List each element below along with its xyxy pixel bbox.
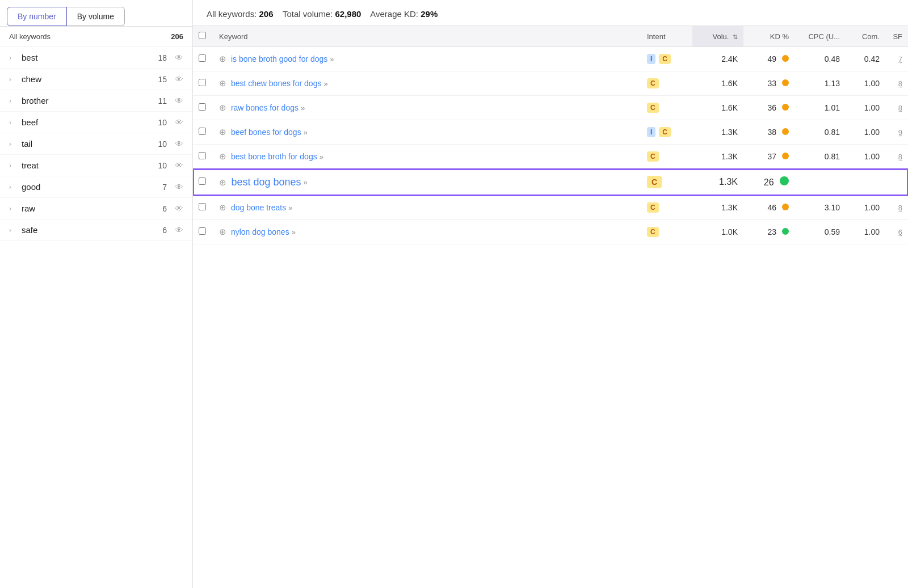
eye-icon[interactable]: 👁 — [175, 225, 183, 235]
keyword-table-container: Keyword Intent Volu. ⇅ KD % CPC (U... Co… — [193, 26, 908, 588]
intent-cell: C — [641, 71, 692, 96]
add-keyword-icon[interactable]: ⊕ — [219, 127, 226, 137]
row-checkbox[interactable] — [199, 54, 206, 62]
sidebar-item-best[interactable]: › best 18 👁 — [0, 47, 192, 69]
table-body: ⊕ is bone broth good for dogs » I C 2.4K… — [193, 47, 908, 244]
intent-cell: C — [641, 196, 692, 220]
keyword-link[interactable]: is bone broth good for dogs » — [231, 54, 334, 64]
sort-icon: ⇅ — [733, 33, 738, 41]
sidebar-item-beef[interactable]: › beef 10 👁 — [0, 112, 192, 133]
keyword-link[interactable]: dog bone treats » — [231, 203, 293, 212]
add-keyword-icon[interactable]: ⊕ — [219, 54, 226, 64]
main-content: All keywords: 206 Total volume: 62,980 A… — [193, 0, 908, 588]
th-keyword: Keyword — [213, 26, 641, 47]
eye-icon[interactable]: 👁 — [175, 182, 183, 192]
table-row: ⊕ nylon dog bones » C 1.0K 23 0.59 1.00 … — [193, 220, 908, 244]
sf-value: 8 — [898, 204, 902, 212]
eye-icon[interactable]: 👁 — [175, 204, 183, 213]
sidebar-item-good[interactable]: › good 7 👁 — [0, 176, 192, 198]
add-keyword-icon[interactable]: ⊕ — [219, 103, 226, 112]
row-checkbox[interactable] — [199, 152, 206, 159]
sidebar-item-chew[interactable]: › chew 15 👁 — [0, 69, 192, 90]
th-volume[interactable]: Volu. ⇅ — [692, 26, 743, 47]
all-keywords-value: 206 — [259, 9, 274, 19]
eye-icon[interactable]: 👁 — [175, 160, 183, 170]
sf-value: 8 — [898, 104, 902, 112]
row-checkbox[interactable] — [199, 79, 206, 86]
eye-icon[interactable]: 👁 — [175, 74, 183, 84]
th-check — [193, 26, 213, 47]
sidebar-item-count: 18 — [158, 53, 167, 62]
add-keyword-icon[interactable]: ⊕ — [219, 151, 226, 161]
select-all-checkbox[interactable] — [199, 32, 206, 39]
th-intent: Intent — [641, 26, 692, 47]
intent-badge-C: C — [647, 202, 659, 213]
volume-cell: 1.0K — [692, 220, 743, 244]
keyword-link[interactable]: best chew bones for dogs » — [231, 79, 328, 88]
th-kd: KD % — [743, 26, 794, 47]
row-checkbox[interactable] — [199, 103, 206, 111]
intent-badge-I: I — [647, 54, 655, 64]
row-checkbox-cell — [193, 71, 213, 96]
tab-by-number[interactable]: By number — [7, 7, 67, 26]
sidebar-item-label: good — [22, 182, 158, 192]
sidebar-item-raw[interactable]: › raw 6 👁 — [0, 198, 192, 219]
keyword-cell: ⊕ beef bones for dogs » — [213, 120, 641, 145]
add-keyword-icon[interactable]: ⊕ — [219, 202, 226, 212]
sidebar-item-label: safe — [22, 225, 158, 235]
sidebar-item-count: 7 — [162, 183, 167, 192]
kd-dot — [782, 128, 789, 135]
kd-dot — [782, 55, 789, 62]
keyword-link[interactable]: best dog bones » — [231, 176, 307, 188]
sidebar-item-count: 6 — [162, 226, 167, 235]
kd-cell: 46 — [743, 196, 794, 220]
keyword-link[interactable]: beef bones for dogs » — [231, 128, 308, 137]
sidebar-item-count: 15 — [158, 75, 167, 84]
intent-badge-I: I — [647, 127, 655, 137]
add-keyword-icon[interactable]: ⊕ — [219, 78, 226, 88]
open-link-icon: » — [320, 153, 323, 161]
keyword-link[interactable]: raw bones for dogs » — [231, 103, 305, 112]
row-checkbox[interactable] — [199, 177, 206, 185]
sf-cell: 8 — [885, 71, 908, 96]
eye-icon[interactable]: 👁 — [175, 53, 183, 62]
sidebar-all-keywords-label: All keywords — [9, 32, 51, 41]
keyword-cell: ⊕ best bone broth for dogs » — [213, 145, 641, 169]
keyword-cell: ⊕ best dog bones » — [213, 169, 641, 196]
volume-cell: 1.3K — [692, 169, 743, 196]
row-checkbox-cell — [193, 169, 213, 196]
sidebar-item-label: beef — [22, 117, 153, 127]
sidebar-item-brother[interactable]: › brother 11 👁 — [0, 90, 192, 112]
kd-cell: 26 — [743, 169, 794, 196]
sidebar-item-label: chew — [22, 74, 153, 84]
keyword-cell: ⊕ dog bone treats » — [213, 196, 641, 220]
kd-dot — [782, 153, 789, 159]
kd-cell: 23 — [743, 220, 794, 244]
total-volume-value: 62,980 — [335, 9, 361, 19]
intent-cell: I C — [641, 47, 692, 71]
sidebar-item-safe[interactable]: › safe 6 👁 — [0, 219, 192, 241]
chevron-right-icon: › — [9, 140, 17, 148]
add-keyword-icon[interactable]: ⊕ — [219, 177, 226, 187]
kd-cell: 37 — [743, 145, 794, 169]
sf-value: 7 — [898, 55, 902, 64]
tab-by-volume[interactable]: By volume — [67, 7, 125, 26]
row-checkbox[interactable] — [199, 227, 206, 235]
all-keywords-label: All keywords: — [207, 9, 257, 19]
add-keyword-icon[interactable]: ⊕ — [219, 227, 226, 236]
row-checkbox[interactable] — [199, 203, 206, 210]
row-checkbox[interactable] — [199, 128, 206, 135]
sidebar-item-treat[interactable]: › treat 10 👁 — [0, 155, 192, 176]
eye-icon[interactable]: 👁 — [175, 96, 183, 105]
kd-cell: 49 — [743, 47, 794, 71]
eye-icon[interactable]: 👁 — [175, 139, 183, 149]
sidebar-item-tail[interactable]: › tail 10 👁 — [0, 133, 192, 155]
eye-icon[interactable]: 👁 — [175, 117, 183, 127]
intent-cell: C — [641, 220, 692, 244]
row-checkbox-cell — [193, 220, 213, 244]
keyword-link[interactable]: best bone broth for dogs » — [231, 152, 323, 161]
com-cell — [846, 169, 885, 196]
kd-dot — [782, 204, 789, 210]
keyword-link[interactable]: nylon dog bones » — [231, 227, 296, 236]
open-link-icon: » — [323, 79, 327, 88]
